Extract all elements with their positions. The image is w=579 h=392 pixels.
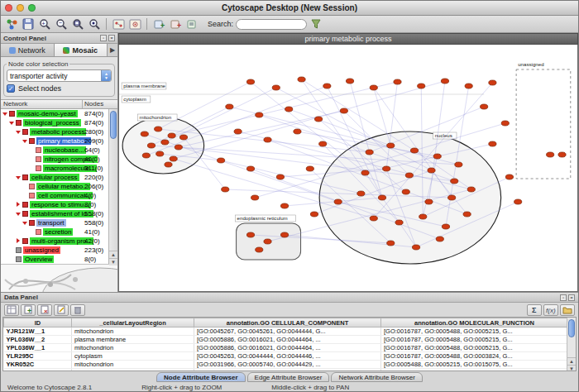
network-node[interactable] — [142, 153, 150, 158]
table-cell[interactable]: [GO:0016787, GO:0005488, GO:0005215, G..… — [381, 344, 567, 352]
formula-builder-icon[interactable]: f(x) — [543, 304, 558, 316]
sum-function-icon[interactable]: Σ — [527, 304, 542, 316]
column-header-annotation-go-cellular-component[interactable]: annotation.GO CELLULAR_COMPONENT — [194, 318, 381, 327]
network-node[interactable] — [222, 187, 229, 192]
network-node[interactable] — [310, 212, 318, 217]
network-node[interactable] — [481, 104, 488, 109]
tree-item-transport[interactable]: transport558(0) — [1, 218, 108, 227]
save-session-icon[interactable] — [21, 17, 36, 31]
zoom-selected-icon[interactable] — [87, 17, 102, 31]
tree-expand-icon[interactable] — [22, 138, 28, 144]
tree-expand-icon[interactable] — [16, 238, 22, 244]
zoom-in-icon[interactable]: + — [37, 17, 52, 31]
network-node[interactable] — [251, 195, 259, 200]
table-row[interactable]: YPL036W__2plasma membrane[GO:0005886, GO… — [4, 336, 567, 344]
network-node[interactable] — [298, 77, 305, 82]
tree-header-network[interactable]: Network — [1, 100, 83, 108]
table-cell[interactable]: [GO:0045263, GO:0044444, GO:0044446, ... — [194, 352, 381, 361]
filter-icon[interactable] — [309, 17, 323, 31]
network-node[interactable] — [378, 195, 385, 200]
network-node[interactable] — [451, 179, 458, 184]
network-edge[interactable] — [172, 82, 398, 136]
table-vertical-scrollbar[interactable]: ▲▼ — [567, 318, 576, 370]
select-nodes-checkbox[interactable]: ✓ — [7, 84, 15, 93]
network-node[interactable] — [455, 162, 462, 167]
network-node[interactable] — [314, 117, 322, 122]
table-cell[interactable]: [GO:0031966, GO:0005740, GO:0044429, ... — [194, 361, 381, 369]
column-header-id[interactable]: ID — [4, 318, 72, 327]
network-node[interactable] — [246, 232, 254, 237]
edit-attribute-icon[interactable] — [54, 304, 69, 316]
network-edge[interactable] — [289, 109, 390, 146]
tab-node-attribute-browser[interactable]: Node Attribute Browser — [156, 372, 246, 382]
table-cell[interactable]: [GO:0016021, GO:0031966, GO:0044429, ... — [194, 369, 381, 371]
table-cell[interactable]: [GO:0005886, GO:0016021, GO:0044464, ... — [194, 336, 381, 344]
table-cell[interactable]: YPL036W__2 — [4, 336, 72, 344]
tree-item-secretion[interactable]: secretion41(0) — [1, 227, 108, 237]
network-node[interactable] — [366, 150, 373, 155]
tree-item-cellular-metabo[interactable]: cellular metabo...206(0) — [1, 182, 108, 191]
network-node[interactable] — [226, 104, 233, 109]
network-node[interactable] — [280, 232, 288, 237]
snapshot-icon[interactable] — [127, 17, 142, 31]
tree-item-biological-process[interactable]: biological_process874(0) — [1, 118, 108, 127]
table-cell[interactable]: [GO:0045267, GO:0045261, GO:0044444, G..… — [194, 327, 381, 336]
tab-network-attribute-browser[interactable]: Network Attribute Browser — [331, 372, 422, 382]
network-node[interactable] — [419, 214, 427, 219]
network-graph[interactable]: plasma membranecytoplasmmitochondrionnuc… — [119, 45, 577, 291]
table-cell[interactable]: YDR039C__1 — [4, 369, 72, 371]
network-node[interactable] — [489, 141, 496, 146]
network-node[interactable] — [412, 245, 419, 250]
network-node[interactable] — [319, 141, 327, 146]
network-node[interactable] — [340, 108, 347, 113]
tree-item-nitrogen-compo[interactable]: nitrogen compo...40(0) — [1, 155, 108, 164]
network-overview-icon[interactable] — [111, 17, 126, 31]
network-node[interactable] — [156, 151, 164, 156]
tree-item-multi-organism-pro[interactable]: multi-organism pro...42(0) — [1, 237, 108, 246]
table-scrollbar-thumb[interactable] — [568, 319, 575, 337]
network-node[interactable] — [501, 121, 509, 126]
network-node[interactable] — [436, 237, 443, 241]
network-node[interactable] — [285, 107, 293, 112]
tree-item-overview[interactable]: Overview8(0) — [1, 255, 108, 264]
network-node[interactable] — [394, 79, 401, 84]
network-node[interactable] — [141, 131, 148, 136]
network-edge[interactable] — [158, 82, 251, 129]
tree-item-cellular-process[interactable]: cellular process220(0) — [1, 173, 108, 182]
table-scrollbar-arrows[interactable]: ▲▼ — [567, 357, 576, 370]
tree-vertical-scrollbar[interactable]: ▲▼ — [108, 109, 117, 264]
table-cell[interactable]: YJR121W__1 — [4, 327, 72, 336]
tab-network[interactable]: Network — [1, 44, 55, 56]
network-node[interactable] — [418, 84, 425, 88]
tree-header-nodes[interactable]: Nodes — [83, 100, 117, 108]
zoom-fit-icon[interactable] — [70, 17, 85, 31]
network-node[interactable] — [425, 199, 433, 204]
table-cell[interactable]: YKR052C — [4, 361, 72, 369]
network-node[interactable] — [505, 174, 513, 179]
network-node[interactable] — [558, 152, 566, 157]
table-cell[interactable]: [GO:0016787, GO:0005488, GO:0005215, G..… — [381, 336, 567, 344]
network-node[interactable] — [280, 203, 288, 208]
delete-attribute-icon[interactable]: × — [37, 304, 52, 316]
tree-item-unassigned[interactable]: unassigned223(0) — [1, 246, 108, 255]
network-node[interactable] — [256, 112, 263, 117]
network-node[interactable] — [256, 247, 263, 252]
network-node[interactable] — [217, 158, 224, 163]
tab-edge-attribute-browser[interactable]: Edge Attribute Browser — [247, 372, 330, 382]
tree-expand-icon[interactable] — [16, 211, 22, 217]
tree-item-macromolecule[interactable]: macromolecule...311(0) — [1, 164, 108, 173]
network-node[interactable] — [170, 156, 177, 161]
column-header-annotation-go-molecular-function[interactable]: annotation.GO MOLECULAR_FUNCTION — [381, 318, 567, 327]
tree-expand-icon[interactable] — [16, 174, 22, 180]
attribute-table[interactable]: ID_cellularLayoutRegionannotation.GO CEL… — [3, 318, 567, 370]
network-node[interactable] — [147, 143, 155, 148]
network-node[interactable] — [161, 140, 169, 145]
network-node[interactable] — [272, 85, 280, 90]
network-node[interactable] — [276, 174, 284, 179]
network-node[interactable] — [234, 129, 242, 134]
zoom-out-icon[interactable]: − — [54, 17, 69, 31]
table-row[interactable]: YPL036W__1mitochondrion[GO:0005886, GO:0… — [4, 344, 567, 352]
network-node[interactable] — [448, 195, 456, 200]
network-node[interactable] — [370, 216, 377, 221]
table-row[interactable]: YKR052Cmitochondrion[GO:0031966, GO:0005… — [4, 361, 567, 369]
